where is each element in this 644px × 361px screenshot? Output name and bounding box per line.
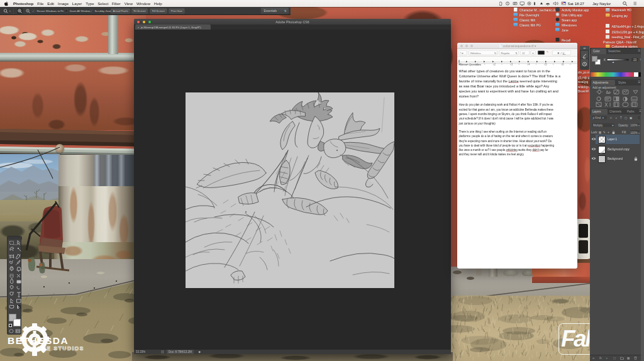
svg-text:BETHESDA: BETHESDA [8, 335, 69, 346]
svg-text:GAME STUDIOS: GAME STUDIOS [31, 345, 84, 352]
